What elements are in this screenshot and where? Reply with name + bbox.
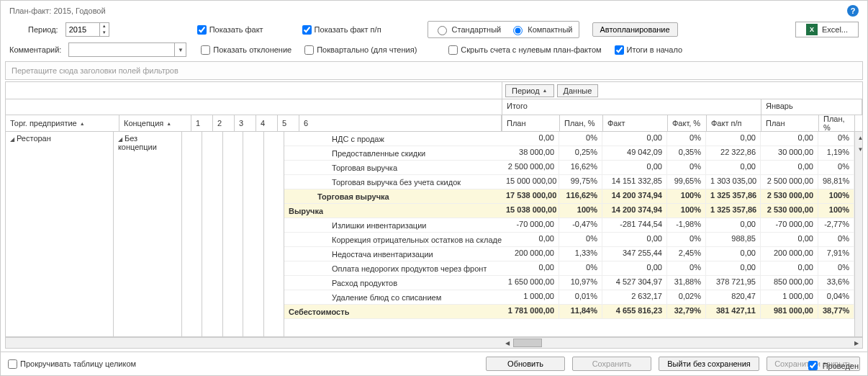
- cell[interactable]: 1 303 035,00: [706, 175, 761, 189]
- cell[interactable]: 100%: [818, 204, 854, 218]
- cell[interactable]: 0%: [667, 233, 706, 246]
- cell[interactable]: 981 000,00: [761, 305, 818, 318]
- cell[interactable]: 0,00: [502, 233, 559, 246]
- cell[interactable]: 22 322,86: [706, 146, 761, 160]
- cell[interactable]: 0,00: [502, 132, 559, 146]
- save-button[interactable]: Сохранить: [572, 357, 651, 371]
- cell[interactable]: 1 650 000,00: [502, 276, 559, 290]
- show-fact-pp-checkbox[interactable]: Показать факт п/п: [302, 25, 381, 35]
- cell[interactable]: 0,00: [602, 261, 667, 275]
- cell[interactable]: 1,19%: [818, 146, 854, 160]
- table-row[interactable]: 1 781 000,0011,84%4 655 816,2332,79%381 …: [502, 305, 854, 319]
- cell[interactable]: 2 530 000,00: [761, 204, 818, 218]
- cell[interactable]: 1,33%: [559, 247, 602, 261]
- cell[interactable]: 200 000,00: [761, 247, 818, 261]
- table-row[interactable]: 38 000,000,25%49 042,090,35%22 322,8630 …: [502, 146, 854, 161]
- hide-zero-checkbox[interactable]: Скрыть счета с нулевым план-фактом: [448, 45, 601, 55]
- help-icon[interactable]: ?: [847, 5, 859, 17]
- show-deviation-checkbox[interactable]: Показать отклонение: [201, 45, 291, 55]
- table-row[interactable]: 0,000%0,000%0,000,000%: [502, 132, 854, 146]
- table-row[interactable]: Торговая выручка без учета скидок: [284, 175, 502, 189]
- cell[interactable]: 0,00: [706, 218, 761, 232]
- comment-combo[interactable]: ▼: [68, 42, 186, 57]
- radio-standard[interactable]: Стандартный: [434, 24, 502, 35]
- cell[interactable]: 0,00: [602, 132, 667, 146]
- cell[interactable]: 2 632,17: [602, 290, 667, 304]
- cell[interactable]: 0%: [818, 261, 854, 275]
- horizontal-scrollbar[interactable]: ◀ ▶: [5, 337, 863, 349]
- cell[interactable]: 100%: [667, 189, 706, 203]
- cell[interactable]: 4 527 304,97: [602, 276, 667, 290]
- col-6[interactable]: 6: [299, 115, 502, 131]
- cell[interactable]: 0%: [667, 261, 706, 275]
- table-row[interactable]: Оплата недорогих продуктов через фронт: [284, 261, 502, 276]
- cell[interactable]: 0,00: [761, 132, 818, 146]
- cell[interactable]: 1 000,00: [502, 290, 559, 304]
- col-5[interactable]: 5: [278, 115, 299, 131]
- cell[interactable]: 0,01%: [559, 290, 602, 304]
- table-row[interactable]: 1 650 000,0010,97%4 527 304,9731,88%378 …: [502, 276, 854, 290]
- cell[interactable]: 1 325 357,86: [706, 204, 761, 218]
- cell[interactable]: -0,47%: [559, 218, 602, 232]
- cell[interactable]: 38,77%: [818, 305, 854, 318]
- filter-drop-area[interactable]: Перетащите сюда заголовки полей фильтров: [5, 61, 863, 80]
- enterprise-cell[interactable]: ◢Ресторан: [6, 132, 114, 336]
- table-row[interactable]: Выручка: [284, 204, 502, 218]
- cell[interactable]: 30 000,00: [761, 146, 818, 160]
- cell[interactable]: 116,62%: [559, 189, 602, 203]
- cell[interactable]: 0%: [818, 161, 854, 174]
- table-row[interactable]: 200 000,001,33%347 255,442,45%0,00200 00…: [502, 247, 854, 261]
- cell[interactable]: 100%: [559, 204, 602, 218]
- col-enterprise[interactable]: Торг. предприятие▲: [6, 115, 119, 131]
- cell[interactable]: 4 655 816,23: [602, 305, 667, 318]
- scroll-up-icon[interactable]: ▲: [855, 132, 862, 143]
- col-concept[interactable]: Концепция▲: [119, 115, 191, 131]
- cell[interactable]: 0,00: [706, 161, 761, 174]
- cell[interactable]: 0%: [559, 261, 602, 275]
- excel-button[interactable]: X Excel...: [795, 22, 859, 37]
- radio-compact[interactable]: Компактный: [510, 24, 572, 35]
- cell[interactable]: 10,97%: [559, 276, 602, 290]
- table-row[interactable]: 0,000%0,000%988,850,000%: [502, 233, 854, 247]
- cell[interactable]: 0,00: [602, 233, 667, 246]
- table-row[interactable]: Себестоимость: [284, 305, 502, 319]
- table-row[interactable]: 0,000%0,000%0,000,000%: [502, 261, 854, 276]
- cell[interactable]: 347 255,44: [602, 247, 667, 261]
- col-jan-plan[interactable]: План: [761, 115, 819, 131]
- chevron-down-icon[interactable]: ▼: [174, 43, 186, 56]
- table-row[interactable]: Торговая выручка: [284, 161, 502, 175]
- autoplan-button[interactable]: Автопланирование: [592, 22, 678, 37]
- cell[interactable]: 38 000,00: [502, 146, 559, 160]
- cell[interactable]: -281 744,54: [602, 218, 667, 232]
- cell[interactable]: 100%: [818, 189, 854, 203]
- table-row[interactable]: Излишки инвентаризации: [284, 218, 502, 233]
- cell[interactable]: 1 781 000,00: [502, 305, 559, 318]
- cell[interactable]: 33,6%: [818, 276, 854, 290]
- scroll-down-icon[interactable]: ▼: [855, 143, 862, 155]
- table-row[interactable]: Предоставленные скидки: [284, 146, 502, 161]
- cell[interactable]: 49 042,09: [602, 146, 667, 160]
- col-fakt[interactable]: Факт: [603, 115, 668, 131]
- cell[interactable]: 2 500 000,00: [761, 175, 818, 189]
- cell[interactable]: 0,00: [706, 247, 761, 261]
- cell[interactable]: 14 200 374,94: [602, 204, 667, 218]
- cell[interactable]: 1 325 357,86: [706, 189, 761, 203]
- period-spinner[interactable]: ▲ ▼: [65, 22, 109, 37]
- cell[interactable]: 14 151 332,85: [602, 175, 667, 189]
- spinner-up-icon[interactable]: ▲: [100, 23, 109, 30]
- cell[interactable]: 0,00: [602, 161, 667, 174]
- cell[interactable]: 0,02%: [667, 290, 706, 304]
- cell[interactable]: 31,88%: [667, 276, 706, 290]
- cell[interactable]: 0,00: [761, 233, 818, 246]
- cell[interactable]: 0,25%: [559, 146, 602, 160]
- scroll-thumb[interactable]: [513, 339, 542, 347]
- cell[interactable]: 378 721,95: [706, 276, 761, 290]
- cell[interactable]: 820,47: [706, 290, 761, 304]
- cell[interactable]: 850 000,00: [761, 276, 818, 290]
- cell[interactable]: 15 038 000,00: [502, 204, 559, 218]
- scroll-whole-checkbox[interactable]: Прокручивать таблицу целиком: [8, 359, 136, 369]
- cell[interactable]: 17 538 000,00: [502, 189, 559, 203]
- cell[interactable]: 1 000,00: [761, 290, 818, 304]
- col-3[interactable]: 3: [235, 115, 256, 131]
- cell[interactable]: 7,91%: [818, 247, 854, 261]
